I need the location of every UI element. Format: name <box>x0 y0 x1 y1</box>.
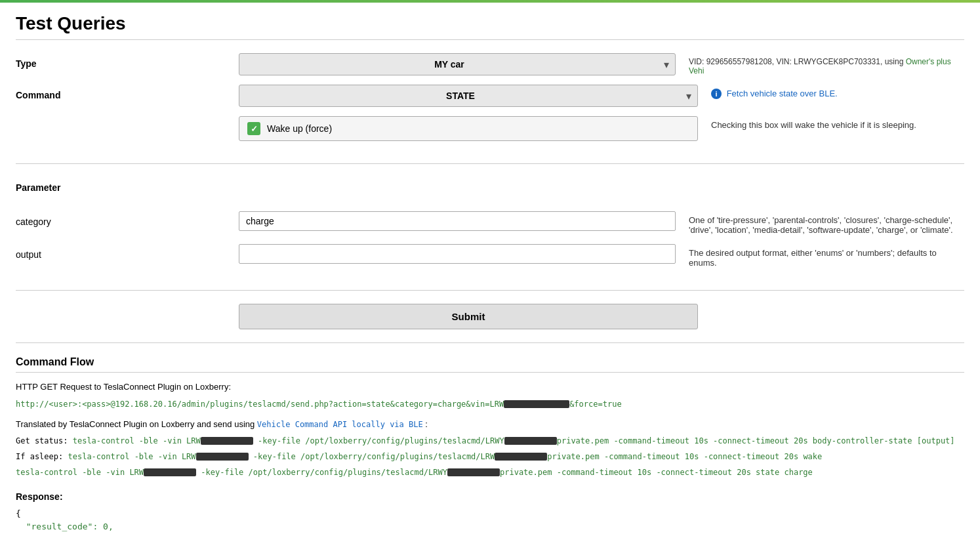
submit-button[interactable]: Submit <box>239 304 698 329</box>
type-select-wrapper[interactable]: MY car ▾ <box>239 53 676 75</box>
wakeup-spacer <box>16 116 239 121</box>
command-hint: i Fetch vehicle state over BLE. <box>711 85 838 99</box>
if-asleep-line2: tesla-control -ble -vin LRW -key-file /o… <box>16 466 964 478</box>
response-body: { "result_code": 0, "result_msg": "Done.… <box>16 507 964 537</box>
wakeup-checkbox[interactable]: Wake up (force) <box>239 116 698 141</box>
output-label: output <box>16 244 239 260</box>
category-hint: One of 'tire-pressure', 'parental-contro… <box>689 211 964 235</box>
response-title: Response: <box>16 491 964 502</box>
wakeup-hint: Checking this box will wake the vehicle … <box>711 116 916 130</box>
category-label: category <box>16 211 239 227</box>
command-select-wrapper[interactable]: STATE ▾ <box>239 85 698 107</box>
command-select[interactable]: STATE <box>239 85 698 107</box>
translated-intro: Translated by TeslaConnect Plugin on Lox… <box>16 418 964 431</box>
wakeup-checked-icon <box>247 122 260 135</box>
command-label: Command <box>16 85 239 100</box>
type-select[interactable]: MY car <box>239 53 676 75</box>
command-flow-title: Command Flow <box>16 356 964 373</box>
category-input[interactable] <box>239 211 676 231</box>
api-label: Vehicle Command API locally via BLE <box>257 420 423 429</box>
type-label: Type <box>16 53 239 69</box>
response-line-result-code: "result_code": 0, <box>16 520 964 534</box>
http-intro: HTTP GET Request to TeslaConnect Plugin … <box>16 381 964 394</box>
page-title: Test Queries <box>16 13 964 40</box>
get-status-line: Get status: tesla-control -ble -vin LRW … <box>16 435 964 447</box>
wakeup-label: Wake up (force) <box>267 123 332 134</box>
output-hint: The desired output format, either 'enums… <box>689 244 964 268</box>
response-line-open: { <box>16 507 964 521</box>
http-url-link[interactable]: http://<user>:<pass>@192.168.20.16/admin… <box>16 400 622 409</box>
http-url: http://<user>:<pass>@192.168.20.16/admin… <box>16 398 964 411</box>
if-asleep-line1: If asleep: tesla-control -ble -vin LRW -… <box>16 451 964 463</box>
command-hint-icon: i <box>711 89 722 99</box>
parameter-label: Parameter <box>16 177 239 193</box>
vid-info: VID: 929656557981208, VIN: LRWYGCEK8PC70… <box>689 53 964 75</box>
output-input[interactable] <box>239 244 676 264</box>
